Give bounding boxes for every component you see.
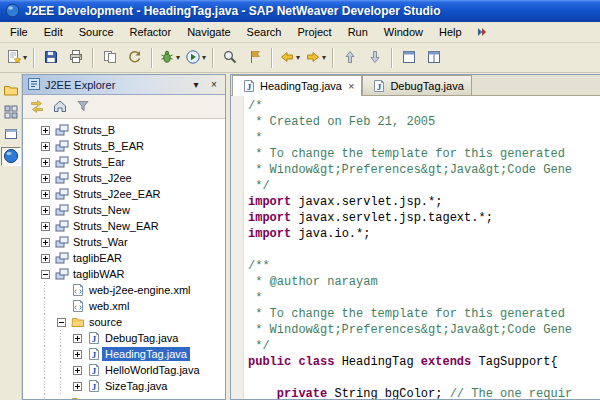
tree-item-struts-ear[interactable]: Struts_Ear — [37, 154, 225, 170]
sync-tree-button[interactable] — [28, 98, 46, 116]
menu-refactor[interactable]: Refactor — [122, 23, 180, 41]
explorer-header[interactable]: J2EE Explorer ▾ × — [23, 75, 225, 95]
view-menu-icon[interactable]: ▾ — [189, 78, 203, 92]
flag-button[interactable] — [243, 46, 267, 70]
tree-item-sizetag-java[interactable]: JSizeTag.java — [37, 378, 225, 394]
new-wizard-button[interactable]: ▾ — [4, 46, 29, 70]
main-toolbar: ▾▾▾▾▾ — [0, 43, 600, 73]
back-button[interactable]: ▾ — [277, 46, 302, 70]
editor-tab-headingtag-java[interactable]: JHeadingTag.java× — [232, 75, 362, 96]
tree-item-label: SizeTag.java — [102, 379, 170, 393]
close-view-icon[interactable]: × — [207, 78, 221, 92]
menu-window[interactable]: Window — [376, 23, 431, 41]
menu-edit[interactable]: Edit — [36, 23, 71, 41]
tree-item-label: Struts_War — [70, 235, 131, 249]
perspective-j2ee-button[interactable] — [1, 147, 21, 166]
expand-plus-icon[interactable] — [69, 382, 85, 391]
tree-item-struts-b[interactable]: Struts_B — [37, 122, 225, 138]
menu-file[interactable]: File — [2, 23, 36, 41]
window-split-button[interactable] — [422, 46, 446, 70]
tree-item-label: Struts_J2ee_EAR — [70, 187, 163, 201]
tree-item-helloworldtag-java[interactable]: JHelloWorldTag.java — [37, 362, 225, 378]
tree-indent-guide — [37, 298, 53, 314]
sync-tree-icon — [30, 99, 44, 115]
menu-search[interactable]: Search — [239, 23, 290, 41]
expand-plus-icon[interactable] — [37, 142, 53, 151]
refresh-button[interactable] — [123, 46, 147, 70]
tree-item-struts-b-ear[interactable]: Struts_B_EAR — [37, 138, 225, 154]
expand-plus-icon[interactable] — [37, 126, 53, 135]
tree-item-web-j2ee-engine-xml[interactable]: web-j2ee-engine.xml — [37, 282, 225, 298]
window-layout-button[interactable] — [397, 46, 421, 70]
toolbar-separator — [151, 48, 153, 68]
tree-item-headingtag-java[interactable]: JHeadingTag.java — [37, 346, 225, 362]
menu-run[interactable]: Run — [340, 23, 376, 41]
home-button[interactable] — [51, 98, 69, 116]
svg-text:J: J — [377, 82, 382, 92]
next-annotation-button[interactable] — [363, 46, 387, 70]
tree-item-struts-new-ear[interactable]: Struts_New_EAR — [37, 218, 225, 234]
tree-item-debugtag-java[interactable]: JDebugTag.java — [37, 330, 225, 346]
menu-navigate[interactable]: Navigate — [179, 23, 238, 41]
tree-item-taglibwar[interactable]: taglibWAR — [37, 266, 225, 282]
xml-icon — [69, 283, 86, 297]
tree-item-struts-j2ee-ear[interactable]: Struts_J2ee_EAR — [37, 186, 225, 202]
menu-help[interactable]: Help — [431, 23, 470, 41]
dropdown-arrow-icon[interactable]: ▾ — [23, 53, 27, 62]
dropdown-arrow-icon[interactable]: ▾ — [296, 53, 300, 62]
menu-project[interactable]: Project — [289, 23, 339, 41]
expand-plus-icon[interactable] — [69, 350, 85, 359]
expand-plus-icon[interactable] — [37, 190, 53, 199]
tree-item-struts-war[interactable]: Struts_War — [37, 234, 225, 250]
expand-plus-icon[interactable] — [37, 238, 53, 247]
expand-plus-icon[interactable] — [37, 158, 53, 167]
tree-item-label: Struts_J2ee — [70, 171, 135, 185]
code-line: * — [248, 290, 600, 306]
tree-item-label: Struts_B — [70, 123, 118, 137]
editor-body: /* * Created on Feb 21, 2005 * * To chan… — [231, 96, 600, 399]
editor-tab-debugtag-java[interactable]: JDebugTag.java — [362, 75, 471, 95]
tree-item-web-xml[interactable]: web.xml — [37, 298, 225, 314]
print-icon — [68, 49, 84, 67]
tree-item-source[interactable]: source — [37, 314, 225, 330]
debug-icon — [159, 49, 175, 67]
svg-text:J: J — [91, 366, 96, 376]
search-button[interactable] — [218, 46, 242, 70]
tab-close-icon[interactable]: × — [348, 80, 354, 92]
tree-item-struts-new[interactable]: Struts_New — [37, 202, 225, 218]
collapse-minus-icon[interactable] — [53, 318, 69, 327]
perspective-resource-button[interactable] — [1, 81, 21, 100]
code-area[interactable]: /* * Created on Feb 21, 2005 * * To chan… — [244, 96, 600, 399]
tree-item-struts-j2ee[interactable]: Struts_J2ee — [37, 170, 225, 186]
dropdown-arrow-icon[interactable]: ▾ — [202, 53, 206, 62]
filter-button[interactable] — [74, 98, 92, 116]
svg-text:J: J — [91, 350, 96, 360]
app-icon — [5, 3, 20, 20]
expand-plus-icon[interactable] — [37, 174, 53, 183]
expand-plus-icon[interactable] — [69, 366, 85, 375]
tree-indent-guide — [37, 394, 53, 399]
menu-source[interactable]: Source — [71, 23, 122, 41]
expand-plus-icon[interactable] — [37, 254, 53, 263]
expand-plus-icon[interactable] — [69, 334, 85, 343]
run-button[interactable]: ▾ — [183, 46, 208, 70]
tree-item[interactable] — [37, 394, 225, 399]
menu-overflow-icon[interactable] — [470, 20, 494, 44]
tree-item-taglibear[interactable]: taglibEAR — [37, 250, 225, 266]
save-button[interactable] — [39, 46, 63, 70]
expand-plus-icon[interactable] — [37, 206, 53, 215]
debug-button[interactable]: ▾ — [157, 46, 182, 70]
prev-annotation-button[interactable] — [338, 46, 362, 70]
dropdown-arrow-icon[interactable]: ▾ — [176, 53, 180, 62]
perspective-grid-button[interactable] — [1, 103, 21, 122]
print-button[interactable] — [64, 46, 88, 70]
perspective-window-button[interactable] — [1, 125, 21, 144]
dropdown-arrow-icon[interactable]: ▾ — [322, 53, 326, 62]
collapse-minus-icon[interactable] — [37, 270, 53, 279]
java-icon: J — [85, 363, 102, 377]
forward-button[interactable]: ▾ — [303, 46, 328, 70]
code-line: */ — [248, 338, 600, 354]
copy-button[interactable] — [98, 46, 122, 70]
expand-plus-icon[interactable] — [37, 222, 53, 231]
code-line: * Window&gt;Preferences&gt;Java&gt;Code … — [248, 322, 600, 338]
